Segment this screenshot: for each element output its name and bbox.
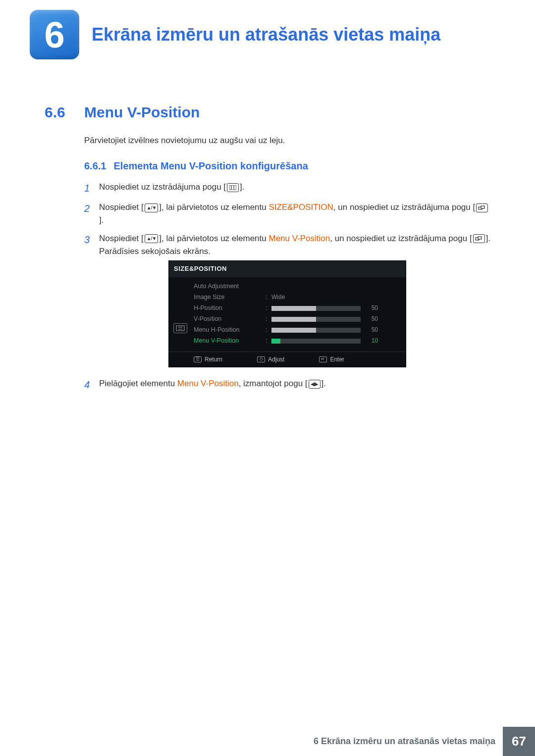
step-text: Nospiediet [▲/▼], lai pārvietotos uz ele… <box>99 232 493 372</box>
svg-rect-4 <box>481 206 484 208</box>
step-list: 1 Nospiediet uz izstrādājuma pogu []. 2 … <box>84 181 493 393</box>
osd-row-menu-h-position: Menu H-Position: 50 <box>191 325 398 336</box>
step-3: 3 Nospiediet [▲/▼], lai pārvietotos uz e… <box>84 232 493 372</box>
osd-row-v-position: V-Position: 50 <box>191 314 398 325</box>
section-heading: 6.6 Menu V-Position <box>45 104 493 121</box>
osd-category-icon-column <box>169 277 191 350</box>
svg-rect-0 <box>229 185 236 190</box>
step-2: 2 Nospiediet [▲/▼], lai pārvietotos uz e… <box>84 201 493 227</box>
section-title: Menu V-Position <box>84 104 200 121</box>
section-number: 6.6 <box>45 104 84 121</box>
osd-return-hint: ☰Return <box>194 355 222 364</box>
highlight-sizeposition: SIZE&POSITION <box>268 202 333 212</box>
osd-row-h-position: H-Position: 50 <box>191 303 398 314</box>
osd-adjust-hint: ◇Adjust <box>257 355 284 364</box>
step-number: 1 <box>84 181 99 196</box>
chapter-title: Ekrāna izmēru un atrašanās vietas maiņa <box>92 24 440 45</box>
svg-rect-7 <box>176 326 184 331</box>
osd-footer: ☰Return ◇Adjust ↵Enter <box>169 352 406 367</box>
subsection-heading: 6.6.1 Elementa Menu V-Position konfigurē… <box>84 160 493 172</box>
size-position-icon <box>173 323 187 333</box>
osd-row-menu-v-position: Menu V-Position: 10 <box>191 336 398 347</box>
chapter-number-badge: 6 <box>30 10 79 59</box>
menu-icon <box>227 183 239 192</box>
osd-row-auto-adjustment: Auto Adjustment <box>191 281 398 292</box>
subsection-number: 6.6.1 <box>84 160 106 172</box>
page-content: 6.6 Menu V-Position Pārvietojiet izvēlne… <box>0 59 535 393</box>
step-number: 3 <box>84 232 99 372</box>
osd-row-image-size: Image Size: Wide <box>191 292 398 303</box>
step-number: 2 <box>84 201 99 227</box>
return-icon: ☰ <box>194 356 202 362</box>
page-footer: 6 Ekrāna izmēru un atrašanās vietas maiņ… <box>0 727 535 756</box>
subsection-title: Elementa Menu V-Position konfigurēšana <box>113 160 308 172</box>
osd-enter-hint: ↵Enter <box>319 355 344 364</box>
svg-rect-6 <box>478 237 482 239</box>
up-down-icon: ▲/▼ <box>145 234 159 243</box>
enter-icon: ↵ <box>319 356 327 362</box>
page-header: 6 Ekrāna izmēru un atrašanās vietas maiņ… <box>0 0 535 59</box>
step-text: Nospiediet uz izstrādājuma pogu []. <box>99 181 493 196</box>
section-intro-text: Pārvietojiet izvēlnes novietojumu uz aug… <box>84 136 493 146</box>
step-4: 4 Pielāgojiet elementu Menu V-Position, … <box>84 377 493 393</box>
enter-icon <box>476 203 488 212</box>
left-right-icon: ◀/▶ <box>309 380 321 389</box>
footer-page-number: 67 <box>503 727 535 756</box>
enter-icon <box>473 234 485 243</box>
highlight-menuvposition: Menu V-Position <box>268 234 330 243</box>
osd-title: SIZE&POSITION <box>169 261 406 277</box>
osd-panel: SIZE&POSITION Auto Adjustment <box>168 260 406 367</box>
osd-list: Auto Adjustment Image Size: Wide H-Posit… <box>191 277 406 350</box>
footer-chapter-title: 6 Ekrāna izmēru un atrašanās vietas maiņ… <box>314 736 503 747</box>
step-text: Pielāgojiet elementu Menu V-Position, iz… <box>99 377 493 393</box>
step-1: 1 Nospiediet uz izstrādājuma pogu []. <box>84 181 493 196</box>
step-number: 4 <box>84 377 99 393</box>
adjust-icon: ◇ <box>257 356 265 362</box>
step-text: Nospiediet [▲/▼], lai pārvietotos uz ele… <box>99 201 493 227</box>
highlight-menuvposition: Menu V-Position <box>177 379 239 388</box>
up-down-icon: ▲/▼ <box>145 203 159 212</box>
